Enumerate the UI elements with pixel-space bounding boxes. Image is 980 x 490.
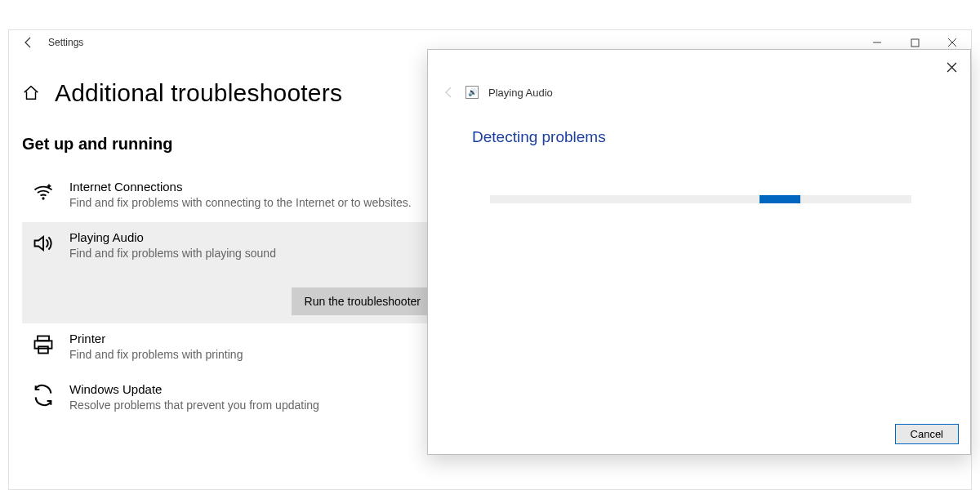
close-icon[interactable]: [939, 55, 964, 79]
troubleshooter-title: Internet Connections: [69, 180, 412, 194]
window-title: Settings: [48, 37, 83, 48]
svg-rect-4: [38, 346, 48, 353]
troubleshooter-desc: Resolve problems that prevent you from u…: [69, 398, 319, 413]
troubleshooter-title: Playing Audio: [69, 230, 276, 244]
back-icon: [443, 86, 456, 99]
audio-icon: 🔊: [466, 86, 479, 99]
troubleshooter-dialog: 🔊 Playing Audio Detecting problems Cance…: [427, 49, 971, 455]
troubleshooter-desc: Find and fix problems with connecting to…: [69, 195, 412, 211]
troubleshooter-title: Windows Update: [69, 382, 319, 396]
progress-chunk: [760, 195, 800, 203]
cancel-button[interactable]: Cancel: [895, 424, 959, 444]
troubleshooter-printer[interactable]: Printer Find and fix problems with print…: [22, 323, 447, 374]
dialog-title: Playing Audio: [488, 87, 553, 99]
back-icon[interactable]: [16, 36, 42, 49]
troubleshooter-windows-update[interactable]: Windows Update Resolve problems that pre…: [22, 374, 447, 425]
troubleshooter-desc: Find and fix problems with printing: [69, 347, 243, 363]
page-title: Additional troubleshooters: [55, 79, 342, 107]
svg-rect-0: [911, 39, 919, 47]
svg-point-1: [42, 197, 44, 199]
refresh-icon: [32, 382, 58, 407]
troubleshooter-audio[interactable]: Playing Audio Find and fix problems with…: [22, 222, 447, 323]
dialog-status: Detecting problems: [472, 128, 970, 146]
dialog-header: 🔊 Playing Audio: [428, 50, 970, 99]
audio-icon: [32, 230, 58, 255]
wifi-icon: [32, 180, 58, 204]
home-icon[interactable]: [22, 84, 40, 102]
progress-bar: [490, 195, 911, 203]
troubleshooter-desc: Find and fix problems with playing sound: [69, 246, 276, 261]
run-troubleshooter-button[interactable]: Run the troubleshooter: [292, 287, 434, 315]
troubleshooter-internet[interactable]: Internet Connections Find and fix proble…: [22, 172, 447, 222]
printer-icon: [32, 332, 58, 356]
troubleshooter-title: Printer: [69, 332, 243, 345]
